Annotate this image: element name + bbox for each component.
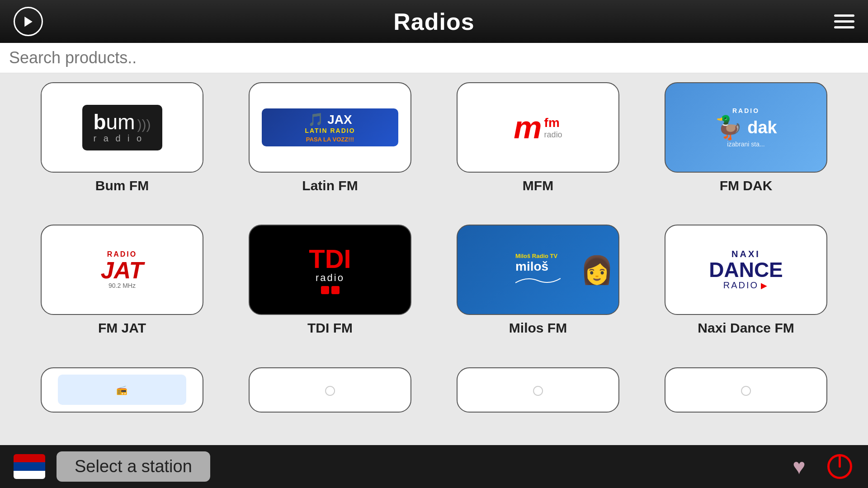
search-input[interactable] xyxy=(9,48,859,67)
station-item-mfm[interactable]: m fm radio MFM xyxy=(443,82,633,216)
station-item-partial-3[interactable]: ○ xyxy=(443,367,633,435)
station-name-milos-fm: Milos FM xyxy=(509,320,567,336)
station-item-milos-fm[interactable]: Miloš Radio TV miloš 👩 Milos FM xyxy=(443,225,633,358)
station-item-naxi-dance-fm[interactable]: NAXI DANCE RADIO ▶ Naxi Dance FM xyxy=(651,225,841,358)
station-card-partial-4[interactable]: ○ xyxy=(665,367,827,413)
station-card-partial-1[interactable]: 📻 xyxy=(41,367,203,413)
station-card-partial-2[interactable]: ○ xyxy=(249,367,411,413)
search-bar xyxy=(0,43,868,73)
station-item-latin-fm[interactable]: 🎵 JAX LATIN RADIO PASA LA VOZZ!!! Latin … xyxy=(235,82,425,216)
station-name-tdi-fm: TDI FM xyxy=(307,320,353,336)
power-button[interactable] xyxy=(825,452,854,481)
station-card-fm-dak[interactable]: RADIO 🦆 dak izabrani sta... xyxy=(665,82,827,173)
station-card-partial-3[interactable]: ○ xyxy=(457,367,619,413)
placeholder-icon: ○ xyxy=(739,377,753,403)
station-card-tdi-fm[interactable]: TDI radio xyxy=(249,225,411,315)
station-name-fm-dak: FM DAK xyxy=(720,178,773,193)
station-name-latin-fm: Latin FM xyxy=(302,178,358,193)
station-name-mfm: MFM xyxy=(523,178,553,193)
station-item-fm-jat[interactable]: RADIO JAT 90.2 MHz FM JAT xyxy=(27,225,217,358)
svg-marker-0 xyxy=(24,16,33,27)
power-icon xyxy=(827,454,852,479)
select-station-text: Select a station xyxy=(57,451,210,482)
station-item-fm-dak[interactable]: RADIO 🦆 dak izabrani sta... FM DAK xyxy=(651,82,841,216)
station-item-partial-4[interactable]: ○ xyxy=(651,367,841,435)
station-name-bum-fm: Bum FM xyxy=(95,178,149,193)
menu-button[interactable] xyxy=(834,14,854,28)
station-item-partial-2[interactable]: ○ xyxy=(235,367,425,435)
heart-icon: ♥ xyxy=(793,454,806,479)
placeholder-icon: ○ xyxy=(531,377,545,403)
station-item-partial-1[interactable]: 📻 xyxy=(27,367,217,435)
station-name-fm-jat: FM JAT xyxy=(98,320,146,336)
station-name-naxi-dance-fm: Naxi Dance FM xyxy=(698,320,794,336)
station-item-tdi-fm[interactable]: TDI radio TDI FM xyxy=(235,225,425,358)
placeholder-icon: ○ xyxy=(323,377,337,403)
bottom-bar: Select a station ♥ xyxy=(0,445,868,488)
station-card-fm-jat[interactable]: RADIO JAT 90.2 MHz xyxy=(41,225,203,315)
play-button[interactable] xyxy=(14,7,43,36)
station-card-bum-fm[interactable]: b um ))) r a d i o xyxy=(41,82,203,173)
station-card-latin-fm[interactable]: 🎵 JAX LATIN RADIO PASA LA VOZZ!!! xyxy=(249,82,411,173)
app-header: Radios xyxy=(0,0,868,43)
station-card-naxi-dance-fm[interactable]: NAXI DANCE RADIO ▶ xyxy=(665,225,827,315)
station-card-milos-fm[interactable]: Miloš Radio TV miloš 👩 xyxy=(457,225,619,315)
flag-serbia xyxy=(14,454,45,479)
station-grid: b um ))) r a d i o Bum FM 🎵 JAX LATIN RA… xyxy=(0,73,868,444)
station-card-mfm[interactable]: m fm radio xyxy=(457,82,619,173)
favorites-button[interactable]: ♥ xyxy=(784,452,814,481)
station-item-bum-fm[interactable]: b um ))) r a d i o Bum FM xyxy=(27,82,217,216)
page-title: Radios xyxy=(393,8,474,35)
